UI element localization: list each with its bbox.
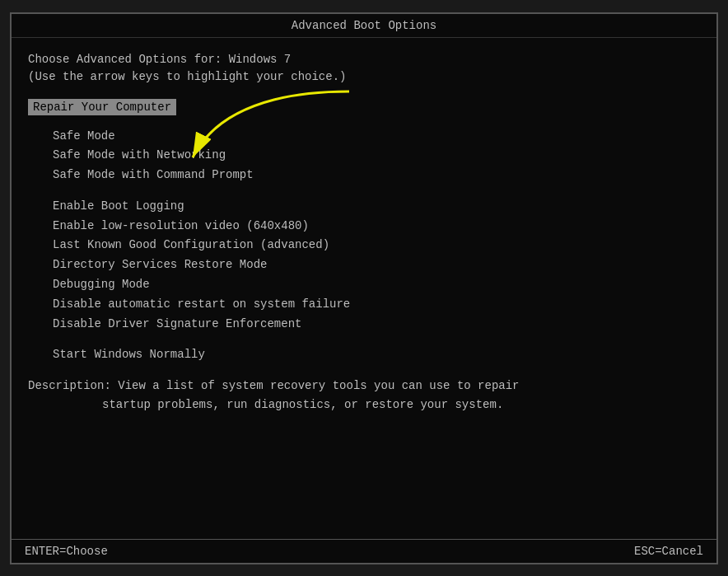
header-line1: Choose Advanced Options for: Windows 7	[28, 51, 700, 68]
footer-esc: ESC=Cancel	[634, 545, 703, 558]
menu-item-debugging[interactable]: Debugging Mode	[53, 275, 700, 295]
header-text: Choose Advanced Options for: Windows 7 (…	[28, 51, 700, 86]
menu-group-2: Enable Boot Logging Enable low-resolutio…	[28, 197, 700, 335]
main-content: Choose Advanced Options for: Windows 7 (…	[12, 38, 716, 539]
menu-item-start-normally[interactable]: Start Windows Normally	[53, 345, 700, 365]
screen-title: Advanced Boot Options	[292, 19, 436, 32]
menu-item-low-resolution[interactable]: Enable low-resolution video (640x480)	[53, 217, 700, 236]
menu-item-disable-driver[interactable]: Disable Driver Signature Enforcement	[53, 315, 700, 335]
header-line2: (Use the arrow keys to highlight your ch…	[28, 68, 700, 86]
boot-screen: Advanced Boot Options Choose Advanced Op…	[10, 12, 718, 564]
menu-item-safe-mode-command[interactable]: Safe Mode with Command Prompt	[53, 166, 700, 185]
selected-menu-item[interactable]: Repair Your Computer	[28, 99, 700, 127]
menu-item-safe-mode[interactable]: Safe Mode	[53, 127, 700, 147]
description-line2: startup problems, run diagnostics, or re…	[28, 398, 503, 411]
description-block: Description: View a list of system recov…	[28, 377, 700, 414]
menu-item-boot-logging[interactable]: Enable Boot Logging	[53, 197, 700, 217]
footer-enter: ENTER=Choose	[25, 545, 108, 558]
menu-item-safe-mode-networking[interactable]: Safe Mode with Networking	[53, 146, 700, 166]
menu-item-disable-restart[interactable]: Disable automatic restart on system fail…	[53, 295, 700, 315]
description-label: Description:	[28, 379, 111, 392]
menu-item-directory-services[interactable]: Directory Services Restore Mode	[53, 255, 700, 275]
description-line1: View a list of system recovery tools you…	[118, 379, 519, 392]
footer-bar: ENTER=Choose ESC=Cancel	[12, 539, 716, 563]
menu-group-1: Safe Mode Safe Mode with Networking Safe…	[28, 127, 700, 185]
menu-item-last-known-good[interactable]: Last Known Good Configuration (advanced)	[53, 236, 700, 255]
menu-group-3: Start Windows Normally	[28, 345, 700, 365]
title-bar: Advanced Boot Options	[12, 14, 716, 38]
